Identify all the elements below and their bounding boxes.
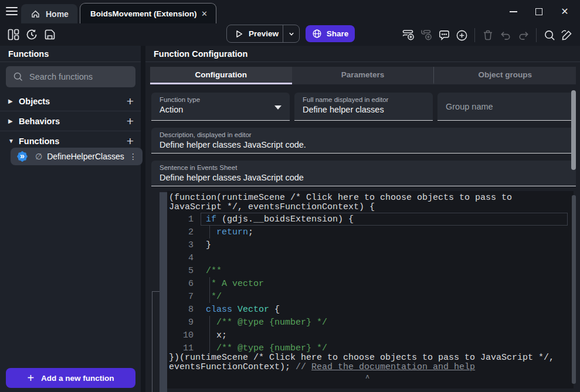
events-sheet: (function(runtimeScene /* Click here to … xyxy=(145,190,580,392)
toolbar-right-icons xyxy=(402,28,574,42)
preview-button[interactable]: Preview xyxy=(226,25,300,43)
description-label: Description, displayed in editor xyxy=(160,131,568,138)
empty-set-icon: ∅ xyxy=(35,152,42,161)
js-code-event[interactable]: (function(runtimeScene /* Click here to … xyxy=(167,191,574,388)
add-object-button[interactable]: + xyxy=(127,95,134,107)
version-history-button[interactable] xyxy=(25,28,38,41)
window-minimize-button[interactable] xyxy=(500,0,526,23)
indent-guide xyxy=(209,277,210,290)
tab-close-icon[interactable]: ✕ xyxy=(201,9,208,18)
code-line[interactable]: 5/** xyxy=(167,264,574,277)
caret-right-icon[interactable]: ▶ xyxy=(8,98,16,104)
code-scrollbar-thumb[interactable] xyxy=(572,195,576,384)
tree-label-functions: Functions xyxy=(19,137,127,146)
add-element-button[interactable] xyxy=(455,29,468,42)
tab-parameters[interactable]: Parameters xyxy=(292,67,434,84)
code-line[interactable]: 9 /** @type {number} */ xyxy=(167,316,574,329)
code-line[interactable]: 10 x; xyxy=(167,329,574,342)
sidebar-item-objects[interactable]: ▶ Objects + xyxy=(0,91,141,111)
full-name-input[interactable]: Full name displayed in editor Define hel… xyxy=(294,93,433,121)
functions-sidebar: Functions Search functions ▶ Objects + ▶… xyxy=(0,46,141,392)
group-name-input[interactable]: Group name xyxy=(437,93,576,121)
code-line[interactable]: 2 return; xyxy=(167,226,574,238)
full-name-value: Define helper classes xyxy=(303,105,425,114)
preview-button-main[interactable]: Preview xyxy=(227,25,283,42)
close-icon: ✕ xyxy=(561,7,568,16)
trash-icon xyxy=(482,29,494,41)
hamburger-menu-icon[interactable] xyxy=(6,7,18,16)
save-button[interactable] xyxy=(43,28,56,41)
layout-icon xyxy=(8,29,19,40)
chevron-down-icon xyxy=(287,30,296,38)
add-event-button[interactable] xyxy=(402,29,415,42)
code-header-line2[interactable]: JavaScript */, eventsFunctionContext) { xyxy=(169,202,375,212)
add-subevent-button[interactable] xyxy=(420,29,433,42)
code-line[interactable]: 4 xyxy=(167,251,574,264)
panel-scrollbar-thumb[interactable] xyxy=(571,90,576,170)
line-number: 3 xyxy=(167,240,194,250)
documentation-link[interactable]: Read the documentation and help xyxy=(311,362,475,372)
code-line[interactable]: 8class Vector { xyxy=(167,303,574,316)
add-new-function-button[interactable]: + Add a new function xyxy=(6,368,135,388)
add-comment-button[interactable] xyxy=(437,29,450,42)
code-line-text: if (gdjs.__boidsExtension) { xyxy=(206,214,354,224)
search-icon xyxy=(544,29,556,42)
window-close-button[interactable]: ✕ xyxy=(552,0,578,23)
tab-object-groups[interactable]: Object groups xyxy=(433,67,576,84)
caret-down-icon[interactable]: ▼ xyxy=(8,138,16,144)
fields-row: Function type Action Full name displayed… xyxy=(151,93,576,121)
edit-pen-button[interactable] xyxy=(561,29,574,42)
gdevelop-window: Home BoidsMovement (Extension) ✕ ✕ xyxy=(0,0,580,392)
main-header: Function Configuration xyxy=(145,46,580,62)
code-line[interactable]: 3} xyxy=(167,238,574,251)
undo-button[interactable] xyxy=(499,29,512,42)
code-footer-line2[interactable]: eventsFunctionContext); // Read the docu… xyxy=(169,362,475,372)
code-line[interactable]: 7 */ xyxy=(167,290,574,303)
collapse-hint[interactable]: ^ xyxy=(365,374,369,383)
tab-configuration[interactable]: Configuration xyxy=(150,67,292,84)
add-function-label: Add a new function xyxy=(41,374,114,383)
sidebar-item-behaviors[interactable]: ▶ Behaviors + xyxy=(0,111,141,131)
event-drag-handle[interactable] xyxy=(160,192,167,392)
tab-home-label: Home xyxy=(46,9,69,19)
caret-right-icon[interactable]: ▶ xyxy=(8,118,16,124)
share-button[interactable]: Share xyxy=(306,25,355,42)
line-number: 2 xyxy=(167,227,194,237)
delete-button[interactable] xyxy=(481,29,494,42)
code-line[interactable]: 1if (gdjs.__boidsExtension) { xyxy=(167,213,574,226)
main-header-title: Function Configuration xyxy=(154,49,247,59)
code-line[interactable]: 6 * A vector xyxy=(167,277,574,290)
undo-icon xyxy=(500,29,512,42)
function-list-item[interactable]: » ∅ DefineHelperClasses ⋮ xyxy=(11,148,143,165)
code-header-line1[interactable]: (function(runtimeScene /* Click here to … xyxy=(169,193,512,203)
tab-parameters-label: Parameters xyxy=(341,70,385,79)
tab-boidsmovement[interactable]: BoidsMovement (Extension) ✕ xyxy=(80,3,216,23)
code-line-text: * A vector xyxy=(206,279,264,289)
description-input[interactable]: Description, displayed in editor Define … xyxy=(151,128,576,154)
plus-circle-icon xyxy=(456,29,468,42)
add-subevent-icon xyxy=(420,29,433,42)
window-maximize-button[interactable] xyxy=(526,0,552,23)
toolbar: Preview Share xyxy=(0,23,580,46)
function-type-select[interactable]: Function type Action xyxy=(151,93,290,121)
search-button[interactable] xyxy=(543,29,556,42)
history-clock-icon xyxy=(26,29,38,40)
description-value: Define helper classes JavaScript code. xyxy=(160,140,568,149)
search-icon xyxy=(13,71,23,82)
title-bar: Home BoidsMovement (Extension) ✕ ✕ xyxy=(0,0,580,23)
search-functions-input[interactable]: Search functions xyxy=(6,66,135,87)
add-function-button[interactable]: + xyxy=(127,135,134,147)
tab-home[interactable]: Home xyxy=(21,4,77,23)
code-footer-line1[interactable]: })(runtimeScene /* Click here to choose … xyxy=(169,353,554,363)
dropdown-arrow-icon xyxy=(274,105,281,110)
open-editors-panel-button[interactable] xyxy=(7,28,20,41)
line-number: 6 xyxy=(167,279,194,289)
add-event-icon xyxy=(402,29,415,42)
toolbar-left-icons xyxy=(7,28,56,41)
kebab-menu-icon[interactable]: ⋮ xyxy=(129,152,137,161)
preview-dropdown-button[interactable] xyxy=(283,30,299,38)
sentence-input[interactable]: Sentence in Events Sheet Define helper c… xyxy=(151,161,576,186)
sidebar-header: Functions xyxy=(0,46,141,62)
add-behavior-button[interactable]: + xyxy=(127,115,134,127)
redo-button[interactable] xyxy=(517,29,530,42)
